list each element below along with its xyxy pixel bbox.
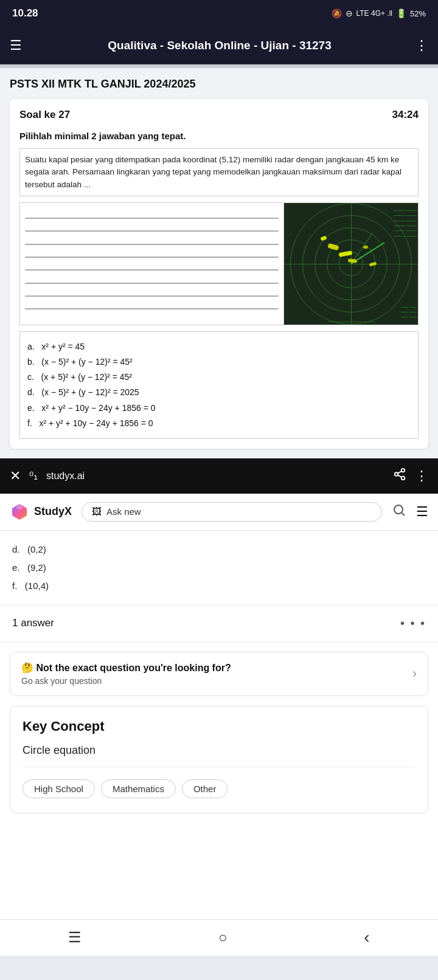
instruction-text: Pilihlah minimal 2 jawaban yang tepat.: [19, 131, 419, 141]
svg-line-10: [402, 513, 405, 516]
nav-home-button[interactable]: ○: [218, 929, 228, 946]
studyx-logo-text: StudyX: [34, 505, 72, 518]
battery-percent: 52%: [410, 9, 426, 18]
key-concept-title: Key Concept: [23, 719, 415, 734]
choice-e: e. (9,2): [12, 559, 426, 577]
choice-d: d. (0,2): [12, 540, 426, 559]
key-concept-card: Key Concept Circle equation High School …: [10, 706, 428, 813]
browser-url[interactable]: studyx.ai: [46, 471, 384, 481]
line: [25, 244, 279, 245]
line: [25, 295, 279, 297]
svg-point-3: [395, 472, 398, 476]
menu-icon[interactable]: ☰: [416, 504, 428, 520]
browser-more-icon[interactable]: ⋮: [415, 468, 428, 484]
svg-point-9: [394, 505, 403, 514]
tags-row: High School Mathematics Other: [23, 779, 415, 798]
tabs-icon[interactable]: ⁰₁: [29, 469, 38, 483]
choices-preview: d. (0,2) e. (9,2) f. (10,4): [0, 531, 438, 606]
not-exact-sub: Go ask your question: [21, 676, 412, 686]
nav-back-button[interactable]: ‹: [364, 928, 369, 947]
answer-a: a. x² + y² = 45: [27, 339, 411, 354]
exam-container: PSTS XII MTK TL GANJIL 2024/2025 Soal ke…: [0, 68, 438, 458]
signal-icon: ⊖: [346, 9, 353, 18]
status-icons: 🔕 ⊖ LTE 4G+ .ll 🔋 52%: [332, 9, 426, 18]
answer-count: 1 answer: [12, 617, 54, 629]
line: [25, 283, 279, 284]
ask-new-button[interactable]: 🖼 Ask new: [82, 502, 382, 522]
exam-card-header: Soal ke 27 34:24: [19, 109, 419, 121]
answer-count-row: 1 answer • • •: [0, 606, 438, 642]
studyx-logo: StudyX: [10, 502, 72, 522]
more-icon[interactable]: ⋮: [415, 38, 428, 53]
svg-point-2: [401, 469, 405, 472]
answer-c: c. (x + 5)² + (y − 12)² = 45²: [27, 370, 411, 385]
bottom-nav: ☰ ○ ‹: [0, 919, 438, 956]
tag-other[interactable]: Other: [182, 779, 228, 798]
answer-more-icon[interactable]: • • •: [400, 616, 426, 630]
tag-mathematics[interactable]: Mathematics: [101, 779, 176, 798]
studyx-container: StudyX 🖼 Ask new ☰ d. (0,2) e. (9,2) f. …: [0, 494, 438, 919]
soal-label: Soal ke 27: [19, 109, 70, 121]
ask-new-label: Ask new: [106, 506, 141, 517]
answers-section: a. x² + y² = 45 b. (x − 5)² + (y − 12)² …: [19, 331, 419, 439]
top-nav: ☰ Qualitiva - Sekolah Online - Ujian - 3…: [0, 27, 438, 64]
timer: 34:24: [392, 109, 419, 121]
not-exact-card[interactable]: 🤔 Not the exact question you're looking …: [10, 652, 428, 696]
bell-mute-icon: 🔕: [332, 9, 342, 18]
svg-line-5: [398, 475, 401, 477]
tag-high-school[interactable]: High School: [23, 779, 95, 798]
line: [25, 269, 279, 271]
svg-line-6: [398, 471, 401, 474]
svg-point-4: [401, 477, 405, 480]
line: [25, 308, 279, 309]
answer-e: e. x² + y² − 10y − 24y + 1856 = 0: [27, 401, 411, 416]
line: [25, 257, 279, 258]
choice-f: f. (10,4): [12, 577, 426, 595]
line: [25, 230, 279, 232]
answer-f: f. x² + y² + 10y − 24y + 1856 = 0: [27, 416, 411, 431]
not-exact-title: 🤔 Not the exact question you're looking …: [21, 662, 412, 674]
browser-bar: ✕ ⁰₁ studyx.ai ⋮: [0, 458, 438, 494]
exam-card: Soal ke 27 34:24 Pilihlah minimal 2 jawa…: [10, 99, 428, 449]
nav-menu-button[interactable]: ☰: [68, 929, 82, 946]
hamburger-icon[interactable]: ☰: [10, 38, 22, 53]
chevron-right-icon: ›: [412, 666, 417, 682]
circle-equation-text: Circle equation: [23, 744, 415, 767]
share-icon[interactable]: [393, 468, 406, 485]
question-media: ——— ——— ——— ——— ——— ——— ——— ——— ——— ——— …: [19, 202, 419, 325]
network-icon: LTE 4G+ .ll: [356, 9, 392, 18]
answer-b: b. (x − 5)² + (y − 12)² = 45²: [27, 354, 411, 370]
gem-icon: [10, 502, 29, 522]
image-icon: 🖼: [92, 506, 102, 517]
studyx-nav: StudyX 🖼 Ask new ☰: [0, 494, 438, 531]
answer-d: d. (x − 5)² + (y − 12)² = 2025: [27, 385, 411, 400]
status-bar: 10.28 🔕 ⊖ LTE 4G+ .ll 🔋 52%: [0, 0, 438, 27]
page-title: Qualitiva - Sekolah Online - Ujian - 312…: [34, 39, 405, 52]
question-lines: [20, 203, 284, 325]
close-tab-icon[interactable]: ✕: [10, 468, 21, 484]
not-exact-content: 🤔 Not the exact question you're looking …: [21, 662, 412, 686]
search-icon[interactable]: [392, 503, 406, 520]
question-text: Suatu kapal pesiar yang ditempatkan pada…: [19, 148, 419, 196]
exam-title: PSTS XII MTK TL GANJIL 2024/2025: [10, 78, 428, 91]
line: [25, 218, 279, 219]
radar-image: ——— ——— ——— ——— ——— ——— ——— ——— ——— ——— …: [284, 203, 418, 325]
status-time: 10.28: [12, 7, 38, 19]
battery-icon: 🔋: [396, 9, 406, 18]
